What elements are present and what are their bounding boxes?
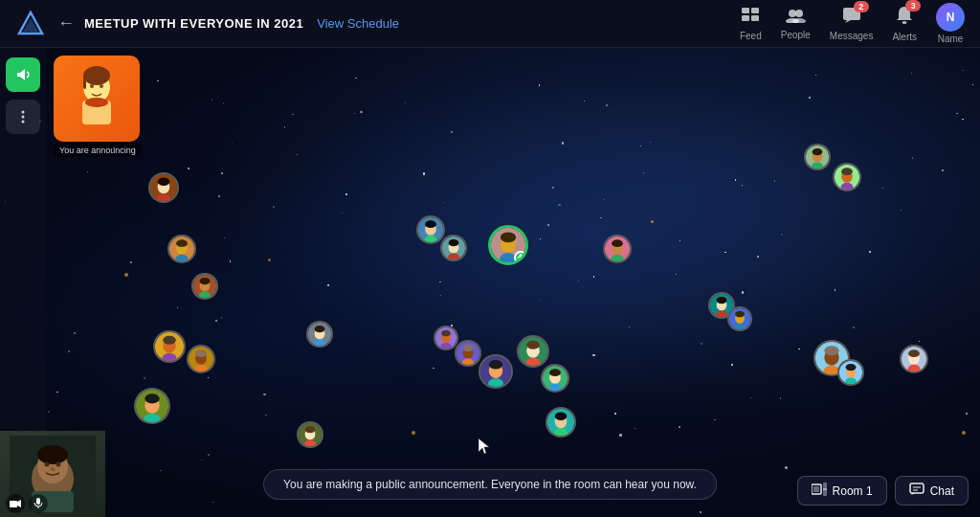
svg-point-130 — [56, 462, 61, 467]
nav-alerts[interactable]: 3 Alerts — [892, 6, 917, 42]
svg-rect-140 — [910, 483, 924, 493]
announce-button[interactable] — [6, 57, 40, 92]
mic-icon[interactable] — [29, 494, 48, 513]
svg-point-122 — [908, 349, 920, 357]
svg-point-49 — [305, 426, 316, 433]
nav-messages[interactable]: 2 Messages — [830, 7, 874, 41]
main-canvas: You are announcing — [0, 48, 980, 517]
feed-icon — [741, 7, 760, 29]
svg-point-20 — [85, 98, 108, 107]
svg-point-33 — [200, 278, 211, 284]
participant-avatar[interactable] — [488, 225, 528, 265]
profile-label: Name — [938, 34, 964, 44]
menu-button[interactable] — [6, 100, 40, 134]
participant-avatar[interactable] — [416, 215, 445, 244]
svg-point-129 — [45, 462, 50, 467]
svg-point-107 — [812, 162, 823, 169]
svg-point-114 — [824, 346, 838, 355]
chat-button[interactable]: Chat — [895, 476, 969, 506]
participant-avatar[interactable] — [455, 340, 481, 367]
svg-point-102 — [735, 311, 745, 318]
svg-point-30 — [176, 255, 189, 263]
svg-point-78 — [463, 345, 474, 351]
sparkle-decoration — [651, 220, 654, 223]
svg-point-7 — [795, 10, 803, 17]
self-view-controls — [6, 494, 48, 513]
participant-avatar[interactable] — [546, 407, 576, 438]
participant-avatar[interactable] — [153, 330, 186, 363]
svg-point-70 — [612, 239, 623, 247]
participant-avatar[interactable] — [187, 345, 215, 373]
header: ← MEETUP WITH EVERYONE IN 2021 View Sche… — [0, 0, 980, 48]
room-label: Room 1 — [833, 484, 873, 498]
feed-label: Feed — [740, 31, 762, 41]
svg-point-79 — [462, 358, 474, 366]
svg-point-75 — [441, 343, 452, 350]
header-nav: Feed People 2 Messag — [740, 3, 965, 44]
participant-avatar[interactable] — [603, 235, 632, 263]
room-button[interactable]: Room 1 — [797, 476, 887, 506]
svg-point-131 — [50, 467, 56, 471]
svg-rect-134 — [36, 498, 40, 505]
svg-point-74 — [441, 330, 451, 337]
nav-feed[interactable]: Feed — [740, 7, 762, 41]
svg-point-91 — [549, 384, 562, 393]
sparkle-decoration — [124, 273, 128, 277]
view-schedule-link[interactable]: View Schedule — [317, 16, 399, 31]
svg-point-50 — [304, 439, 316, 447]
svg-rect-3 — [751, 8, 759, 13]
participant-avatar[interactable] — [833, 163, 861, 191]
participant-avatar[interactable] — [134, 388, 170, 424]
app-logo — [15, 9, 46, 39]
participant-avatar[interactable] — [306, 321, 333, 348]
svg-point-25 — [158, 178, 170, 186]
svg-point-61 — [449, 239, 459, 246]
svg-point-57 — [425, 220, 436, 228]
alerts-label: Alerts — [892, 32, 917, 42]
sparkle-decoration — [412, 431, 415, 435]
svg-point-21 — [90, 84, 94, 88]
participant-avatar[interactable] — [434, 326, 458, 350]
svg-point-38 — [163, 353, 177, 363]
svg-point-111 — [841, 183, 854, 191]
svg-point-12 — [902, 21, 907, 24]
announcement-banner: You are making a public announcement. Ev… — [263, 469, 717, 500]
svg-rect-2 — [742, 8, 749, 13]
svg-point-123 — [908, 365, 921, 373]
participant-avatar[interactable] — [148, 172, 179, 203]
back-button[interactable]: ← — [57, 13, 75, 34]
participant-avatar[interactable] — [541, 364, 569, 393]
svg-point-95 — [554, 428, 568, 438]
participant-avatar[interactable] — [191, 273, 218, 300]
participant-avatar[interactable] — [167, 235, 196, 263]
bottom-controls: Room 1 Chat — [797, 476, 969, 506]
svg-rect-67 — [520, 254, 523, 258]
participant-avatar[interactable] — [297, 421, 323, 448]
svg-point-65 — [501, 233, 516, 243]
participant-avatar[interactable] — [727, 306, 752, 331]
chat-icon — [909, 483, 924, 499]
svg-point-34 — [199, 291, 211, 299]
messages-icon: 2 — [842, 7, 861, 29]
svg-point-13 — [22, 111, 25, 114]
participant-avatar[interactable] — [440, 235, 467, 261]
alerts-icon: 3 — [896, 6, 913, 30]
svg-point-83 — [488, 378, 503, 389]
svg-point-22 — [100, 84, 103, 88]
camera-icon[interactable] — [6, 494, 25, 513]
nav-people[interactable]: People — [781, 8, 811, 40]
participant-avatar[interactable] — [837, 359, 864, 386]
svg-point-87 — [526, 358, 541, 368]
participant-avatar[interactable] — [479, 354, 513, 389]
svg-marker-133 — [17, 500, 21, 507]
svg-point-98 — [717, 297, 727, 303]
participant-avatar[interactable] — [804, 144, 831, 170]
svg-rect-4 — [742, 15, 749, 21]
svg-rect-19 — [83, 76, 86, 89]
nav-profile[interactable]: N Name — [936, 3, 965, 44]
participant-avatar[interactable] — [517, 335, 549, 368]
participant-avatar[interactable] — [900, 345, 928, 373]
presenter-label: You are announcing — [54, 144, 142, 157]
svg-point-94 — [555, 413, 568, 420]
svg-point-58 — [425, 236, 437, 244]
